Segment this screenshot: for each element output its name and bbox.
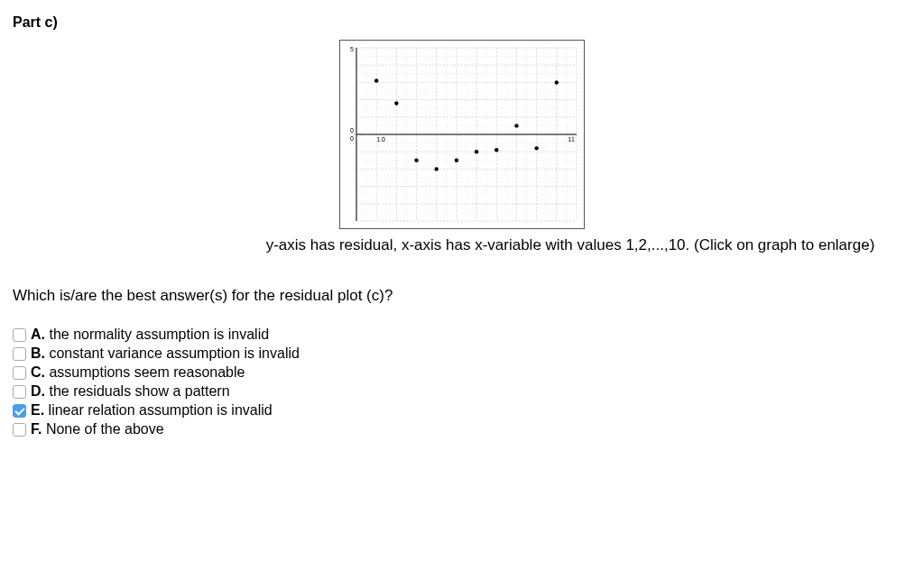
svg-point-82: [534, 146, 538, 150]
option-checkbox-d[interactable]: [13, 385, 26, 399]
option-row: A. the normality assumption is invalid: [13, 327, 911, 343]
option-text: None of the above: [42, 421, 163, 437]
option-row: F. None of the above: [13, 421, 911, 437]
option-letter: B.: [31, 345, 45, 361]
svg-text:5: 5: [350, 46, 354, 52]
option-row: D. the residuals show a pattern: [13, 383, 911, 400]
svg-point-78: [455, 159, 458, 162]
question-text: Which is/are the best answer(s) for the …: [13, 287, 911, 305]
option-letter: F.: [31, 421, 42, 437]
option-label: A. the normality assumption is invalid: [31, 327, 269, 343]
svg-text:0: 0: [350, 135, 354, 142]
svg-point-75: [394, 101, 398, 105]
option-row: E. linear relation assumption is invalid: [13, 402, 911, 419]
svg-point-74: [374, 78, 378, 82]
option-checkbox-e[interactable]: [13, 404, 26, 418]
residual-plot[interactable]: 5001.011: [339, 40, 585, 229]
option-text: the normality assumption is invalid: [45, 327, 269, 342]
svg-point-76: [414, 159, 418, 162]
option-checkbox-f[interactable]: [13, 423, 26, 437]
svg-point-77: [435, 167, 439, 170]
svg-point-79: [475, 150, 478, 153]
options-list: A. the normality assumption is invalidB.…: [13, 327, 911, 437]
option-letter: E.: [31, 402, 44, 418]
svg-point-83: [555, 80, 559, 84]
svg-point-80: [494, 148, 498, 152]
svg-text:0: 0: [350, 127, 354, 133]
svg-point-81: [514, 124, 518, 127]
option-label: D. the residuals show a pattern: [31, 383, 230, 400]
option-letter: C.: [31, 364, 45, 380]
plot-svg: 5001.011: [340, 41, 586, 230]
option-text: constant variance assumption is invalid: [45, 345, 300, 361]
chart-wrapper: 5001.011: [13, 40, 911, 229]
option-label: C. assumptions seem reasonable: [31, 364, 245, 381]
svg-text:11: 11: [568, 136, 575, 143]
option-label: F. None of the above: [31, 421, 164, 437]
chart-caption: y-axis has residual, x-axis has x-variab…: [229, 236, 911, 254]
option-row: C. assumptions seem reasonable: [13, 364, 911, 381]
option-checkbox-a[interactable]: [13, 328, 26, 342]
option-label: B. constant variance assumption is inval…: [31, 345, 300, 362]
option-text: linear relation assumption is invalid: [44, 402, 273, 418]
option-text: assumptions seem reasonable: [45, 364, 245, 380]
part-title: Part c): [13, 14, 911, 31]
option-letter: D.: [31, 383, 45, 399]
option-checkbox-b[interactable]: [13, 347, 26, 361]
option-row: B. constant variance assumption is inval…: [13, 345, 911, 362]
option-label: E. linear relation assumption is invalid: [31, 402, 273, 419]
option-checkbox-c[interactable]: [13, 366, 26, 380]
svg-text:1.0: 1.0: [376, 136, 385, 143]
option-letter: A.: [31, 327, 45, 342]
option-text: the residuals show a pattern: [45, 383, 230, 399]
